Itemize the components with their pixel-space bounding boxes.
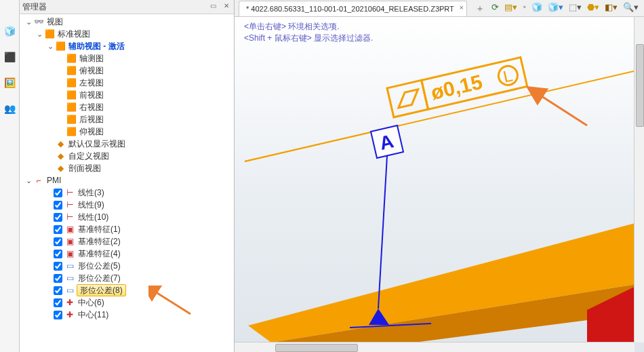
cube-yellow-icon: 🟧	[66, 77, 77, 89]
cube-yellow-icon: 🟧	[66, 52, 77, 64]
tree-label: 辅助视图 - 激活	[67, 40, 126, 52]
diamond-icon: ◆	[55, 138, 66, 150]
datum-icon: ▣	[64, 223, 75, 235]
diamond-icon: ◆	[55, 162, 66, 174]
tree-leaf-linear10[interactable]: ⊢线性(10)	[21, 211, 234, 223]
tree-label: 视图	[45, 16, 64, 28]
collapse-icon[interactable]: ⌄	[35, 28, 44, 40]
tree-root-pmi[interactable]: ⌄ ⌐ PMI	[21, 174, 234, 187]
tree-label: 左视图	[78, 77, 105, 89]
display-cube-icon[interactable]: 🧊▾	[548, 2, 563, 12]
tree-label: 标准视图	[56, 28, 92, 40]
feature-control-frame[interactable]: ø0,15 L	[387, 58, 527, 117]
tree-root-views[interactable]: ⌄ 👓 视图	[21, 16, 234, 28]
wireframe-cube-icon[interactable]: ⬚▾	[569, 2, 582, 12]
render-mode-icon[interactable]: ▤▾	[504, 2, 517, 12]
collapse-icon[interactable]: ⌄	[24, 174, 33, 187]
panel-popout-icon[interactable]: ▭	[208, 2, 218, 12]
tree-label: 中心(6)	[77, 296, 106, 309]
picture-icon[interactable]: 🖼️	[3, 76, 16, 90]
pmi-visibility-checkbox[interactable]	[54, 311, 62, 319]
tree-node-default-only[interactable]: ◆默认仅显示视图	[21, 138, 234, 150]
pmi-visibility-checkbox[interactable]	[54, 189, 62, 197]
tree-leaf-linear3[interactable]: ⊢线性(3)	[21, 187, 234, 199]
collapse-icon[interactable]: ⌄	[24, 16, 33, 28]
tree-leaf-front[interactable]: 🟧前视图	[21, 89, 234, 101]
tree-leaf-geo8-selected[interactable]: ▭形位公差(8)	[21, 284, 234, 296]
users-icon[interactable]: 👥	[3, 102, 16, 115]
tree-label: 形位公差(5)	[77, 260, 122, 272]
pmi-visibility-checkbox[interactable]	[54, 262, 62, 271]
tab-close-icon[interactable]: ×	[459, 3, 463, 12]
tree-leaf-left[interactable]: 🟧左视图	[21, 77, 234, 89]
dimension-icon: ⊢	[64, 187, 75, 199]
tree-label: 右视图	[78, 101, 105, 113]
tree-leaf-axon[interactable]: 🟧轴测图	[21, 52, 234, 64]
tree-leaf-top[interactable]: 🟧俯视图	[21, 64, 234, 77]
center-icon: ✚	[64, 309, 75, 321]
box-icon[interactable]: ⬛	[3, 50, 16, 64]
tree-leaf-geo5[interactable]: ▭形位公差(5)	[21, 260, 234, 272]
separator-icon: •	[523, 2, 526, 12]
cube-yellow-icon: 🟧	[66, 89, 77, 101]
pmi-visibility-checkbox[interactable]	[54, 250, 62, 258]
tree-leaf-datum1[interactable]: ▣基准特征(1)	[21, 223, 234, 235]
tree-label: 形位公差(7)	[77, 272, 122, 284]
pmi-visibility-checkbox[interactable]	[54, 286, 62, 295]
tree-leaf-geo7[interactable]: ▭形位公差(7)	[21, 272, 234, 284]
tree-leaf-datum4[interactable]: ▣基准特征(4)	[21, 248, 234, 260]
horizontal-scrollbar[interactable]	[235, 342, 635, 352]
vertical-scrollbar[interactable]	[634, 17, 644, 343]
manager-panel: 管理器 ▭ ✕ ⌄ 👓 视图 ⌄ 🟧 标准视图 ⌄ 🟧 辅助视图 - 激活 🟧轴…	[20, 0, 235, 352]
fcf-icon: ▭	[64, 260, 75, 272]
panel-header: 管理器 ▭ ✕	[20, 0, 234, 14]
scrollbar-thumb[interactable]	[636, 44, 644, 127]
tree-leaf-center11[interactable]: ✚中心(11)	[21, 309, 234, 321]
scene-svg: ø0,15 L A	[235, 17, 644, 343]
tree-label: 仰视图	[78, 125, 105, 138]
tree-label: 剖面视图	[67, 162, 102, 174]
cube-layers-icon[interactable]: 🧊	[3, 24, 16, 38]
svg-line-5	[378, 156, 387, 309]
cube-yellow-icon: 🟧	[66, 113, 77, 125]
pmi-visibility-checkbox[interactable]	[54, 213, 62, 222]
refresh-icon[interactable]: ⟳	[491, 2, 499, 12]
diamond-icon: ◆	[55, 150, 66, 162]
tree-leaf-bottom[interactable]: 🟧仰视图	[21, 125, 234, 138]
tree-node-aux-view-active[interactable]: ⌄ 🟧 辅助视图 - 激活	[21, 40, 234, 52]
pmi-visibility-checkbox[interactable]	[54, 201, 62, 210]
tree-label: 线性(9)	[77, 199, 106, 211]
tree-leaf-right[interactable]: 🟧右视图	[21, 101, 234, 113]
tree-node-section-view[interactable]: ◆剖面视图	[21, 162, 234, 174]
shaded-gold-icon[interactable]: ⬣▾	[587, 2, 599, 12]
pmi-visibility-checkbox[interactable]	[54, 274, 62, 283]
model-canvas[interactable]: <单击右键> 环境相关选项. <Shift + 鼠标右键> 显示选择过滤器.	[235, 17, 644, 352]
pmi-visibility-checkbox[interactable]	[54, 298, 62, 307]
tree-leaf-center6[interactable]: ✚中心(6)	[21, 296, 234, 309]
search-icon[interactable]: 🔍▾	[623, 2, 639, 12]
flatness-symbol-icon	[395, 90, 421, 108]
tree-label: 基准特征(1)	[77, 223, 122, 235]
panel-close-icon[interactable]: ✕	[222, 2, 231, 12]
collapse-icon[interactable]: ⌄	[45, 40, 55, 52]
tree-label: 轴测图	[78, 52, 105, 64]
dimension-icon: ⊢	[64, 211, 75, 223]
tree-leaf-back[interactable]: 🟧后视图	[21, 113, 234, 125]
svg-line-4	[540, 95, 587, 125]
tree-node-custom-view[interactable]: ◆自定义视图	[21, 150, 234, 162]
tree-node-standard-views[interactable]: ⌄ 🟧 标准视图	[21, 28, 234, 40]
dimension-icon: ⊢	[64, 199, 75, 211]
document-tab[interactable]: * 4022.680.56331_110-001-01_20210604_REL…	[239, 1, 467, 16]
glasses-icon: 👓	[33, 16, 44, 28]
tree-label: 中心(11)	[77, 309, 110, 321]
pmi-visibility-checkbox[interactable]	[54, 237, 62, 246]
document-tab-bar: * 4022.680.56331_110-001-01_20210604_REL…	[235, 0, 644, 17]
tree-leaf-linear9[interactable]: ⊢线性(9)	[21, 199, 234, 211]
scrollbar-thumb[interactable]	[275, 344, 358, 352]
section-view-icon[interactable]: ◧▾	[605, 2, 618, 12]
document-tab-label: * 4022.680.56331_110-001-01_20210604_REL…	[246, 5, 454, 13]
tree-leaf-datum2[interactable]: ▣基准特征(2)	[21, 235, 234, 248]
cube-yellow-icon: 🟧	[66, 125, 77, 138]
pmi-visibility-checkbox[interactable]	[54, 225, 62, 234]
orientation-cube-icon[interactable]: 🧊	[531, 2, 542, 12]
